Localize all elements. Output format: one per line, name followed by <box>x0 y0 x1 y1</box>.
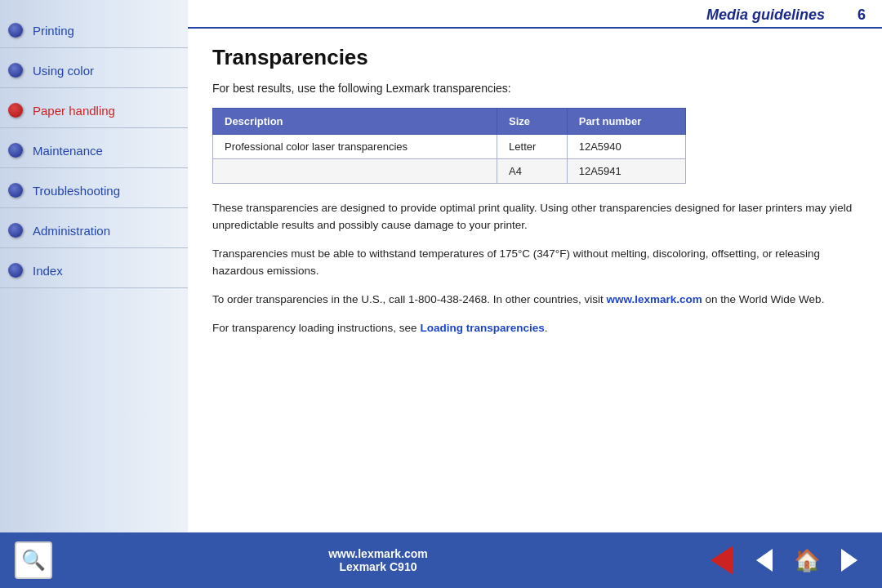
nav-prev-button[interactable] <box>746 542 782 578</box>
table-header-row: Description Size Part number <box>213 109 686 135</box>
footer-left: 🔍 <box>15 541 52 579</box>
sidebar-label-maintenance: Maintenance <box>33 144 103 158</box>
arrow-prev-icon <box>756 549 773 572</box>
sidebar: Printing Using color Paper handling Main… <box>0 0 188 532</box>
footer-center: www.lexmark.com Lexmark C910 <box>328 547 428 573</box>
sidebar-item-administration[interactable]: Administration <box>0 208 188 248</box>
footer-url[interactable]: www.lexmark.com <box>328 547 428 560</box>
transparencies-table: Description Size Part number Professiona… <box>212 108 686 184</box>
footer-nav-controls: 🏠 <box>704 542 867 578</box>
sidebar-bullet-troubleshooting <box>8 183 23 198</box>
sidebar-label-troubleshooting: Troubleshooting <box>33 184 120 198</box>
body-para-1: These transparencies are designed to pro… <box>212 200 858 234</box>
cell-part-2: 12A5941 <box>567 159 685 184</box>
para4-prefix: For transparency loading instructions, s… <box>212 322 420 334</box>
sidebar-item-printing[interactable]: Printing <box>0 8 188 48</box>
col-header-description: Description <box>213 109 497 135</box>
main-content: Media guidelines 6 Transparencies For be… <box>188 0 882 532</box>
cell-size-1: Letter <box>497 135 568 159</box>
cell-description-2 <box>213 159 497 184</box>
loading-transparencies-link[interactable]: Loading transparencies <box>420 322 544 334</box>
para3-suffix: on the World Wide Web. <box>702 293 825 305</box>
search-icon[interactable]: 🔍 <box>15 541 52 579</box>
lexmark-website-link[interactable]: www.lexmark.com <box>607 293 702 305</box>
sidebar-bullet-paper-handling <box>8 103 23 118</box>
sidebar-item-troubleshooting[interactable]: Troubleshooting <box>0 168 188 208</box>
sidebar-item-using-color[interactable]: Using color <box>0 48 188 88</box>
table-row: Professional color laser transparencies … <box>213 135 686 159</box>
body-para-3: To order transparencies in the U.S., cal… <box>212 292 858 309</box>
nav-back-button[interactable] <box>704 542 740 578</box>
sidebar-bullet-printing <box>8 23 23 38</box>
para4-suffix: . <box>545 322 548 334</box>
header-title: Media guidelines <box>706 7 825 24</box>
page-body: Transparencies For best results, use the… <box>188 29 882 532</box>
body-para-2: Transparencies must be able to withstand… <box>212 246 858 280</box>
content-area: Printing Using color Paper handling Main… <box>0 0 882 532</box>
col-header-size: Size <box>497 109 568 135</box>
footer: 🔍 www.lexmark.com Lexmark C910 🏠 <box>0 532 882 588</box>
cell-size-2: A4 <box>497 159 568 184</box>
sidebar-bullet-administration <box>8 223 23 238</box>
sidebar-item-maintenance[interactable]: Maintenance <box>0 128 188 168</box>
intro-text: For best results, use the following Lexm… <box>212 82 858 95</box>
sidebar-item-index[interactable]: Index <box>0 248 188 288</box>
sidebar-label-index: Index <box>33 264 63 278</box>
sidebar-item-paper-handling[interactable]: Paper handling <box>0 88 188 128</box>
sidebar-bullet-maintenance <box>8 143 23 158</box>
page-title: Transparencies <box>212 45 858 70</box>
sidebar-label-printing: Printing <box>33 24 74 38</box>
cell-part-1: 12A5940 <box>567 135 685 159</box>
sidebar-label-paper-handling: Paper handling <box>33 104 115 118</box>
nav-next-button[interactable] <box>831 542 867 578</box>
arrow-next-icon <box>841 549 858 572</box>
arrow-left-icon <box>710 546 733 575</box>
cell-description-1: Professional color laser transparencies <box>213 135 497 159</box>
sidebar-bullet-using-color <box>8 63 23 78</box>
para3-prefix: To order transparencies in the U.S., cal… <box>212 293 607 305</box>
footer-model: Lexmark C910 <box>328 560 428 573</box>
col-header-part-number: Part number <box>567 109 685 135</box>
header-page-number: 6 <box>858 7 866 24</box>
app-container: Printing Using color Paper handling Main… <box>0 0 882 588</box>
header-bar: Media guidelines 6 <box>188 0 882 29</box>
sidebar-label-administration: Administration <box>33 224 110 238</box>
table-row: A4 12A5941 <box>213 159 686 184</box>
sidebar-bullet-index <box>8 263 23 278</box>
sidebar-label-using-color: Using color <box>33 64 94 78</box>
body-para-4: For transparency loading instructions, s… <box>212 320 858 337</box>
home-button[interactable]: 🏠 <box>789 542 825 578</box>
